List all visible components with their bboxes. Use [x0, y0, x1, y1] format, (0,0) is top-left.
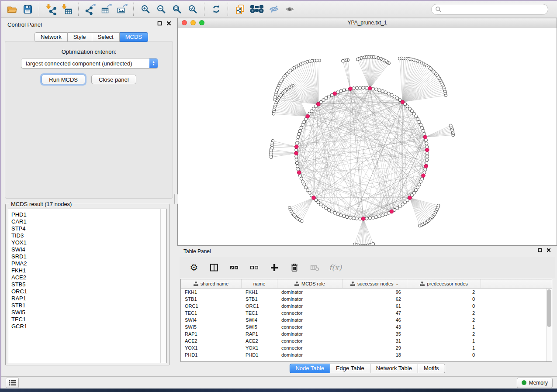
minimize-window-icon[interactable]	[190, 20, 196, 25]
mcds-result-item[interactable]: TID3	[11, 232, 166, 239]
mcds-node[interactable]	[306, 114, 310, 118]
tab-node-table[interactable]: Node Table	[289, 364, 330, 373]
mcds-node[interactable]	[361, 217, 365, 221]
mcds-result-item[interactable]: SWI4	[11, 246, 166, 253]
mcds-result-item[interactable]: RAP1	[11, 295, 166, 302]
network-node[interactable]	[359, 86, 362, 89]
mcds-result-list[interactable]: PHD1CAR1STP4TID3YOX1SWI4SRD1PMA2FKH1ACE2…	[8, 209, 167, 363]
table-scrollbar[interactable]	[546, 289, 552, 361]
mcds-node[interactable]	[294, 151, 298, 155]
memory-button[interactable]: Memory	[517, 378, 553, 388]
network-node[interactable]	[295, 142, 298, 145]
network-node[interactable]	[327, 208, 330, 211]
run-mcds-button[interactable]: Run MCDS	[42, 75, 85, 84]
close-panel-icon[interactable]	[547, 248, 551, 252]
network-node[interactable]	[371, 216, 374, 219]
refresh-view-icon[interactable]	[208, 2, 224, 17]
network-node[interactable]	[355, 217, 358, 220]
mcds-node[interactable]	[349, 87, 353, 91]
network-node[interactable]	[359, 217, 362, 220]
network-node[interactable]	[365, 217, 368, 220]
mcds-node[interactable]	[424, 164, 428, 168]
mcds-result-item[interactable]: ORC1	[11, 288, 166, 295]
table-row[interactable]: ACE2ACE2connector311	[181, 337, 547, 344]
save-session-icon[interactable]	[20, 2, 35, 17]
network-node[interactable]	[300, 177, 303, 180]
network-node[interactable]	[424, 168, 427, 171]
mcds-node[interactable]	[312, 196, 316, 200]
network-node[interactable]	[387, 92, 390, 95]
network-canvas[interactable]	[178, 27, 557, 245]
close-panel-button[interactable]: Close panel	[91, 75, 136, 84]
select-all-columns-icon[interactable]	[228, 262, 240, 273]
table-row[interactable]: TEC1TEC1connector472	[181, 309, 547, 316]
network-node[interactable]	[426, 151, 429, 155]
network-node[interactable]	[336, 213, 339, 216]
network-node[interactable]	[393, 95, 396, 98]
network-node[interactable]	[419, 180, 422, 183]
panel-splitter-handle[interactable]	[174, 194, 178, 204]
column-header[interactable]: successor nodes⌄	[343, 279, 407, 288]
network-node[interactable]	[325, 206, 328, 210]
import-table-icon[interactable]	[59, 2, 75, 17]
import-network-icon[interactable]	[43, 2, 59, 17]
network-node[interactable]	[346, 216, 349, 219]
table-row[interactable]: SWI5SWI5connector431	[181, 323, 547, 330]
table-row[interactable]: ORC1ORC1dominator610	[181, 303, 547, 309]
mcds-result-item[interactable]: STP4	[11, 225, 166, 232]
network-node[interactable]	[298, 132, 301, 135]
create-column-icon[interactable]	[269, 262, 280, 273]
network-node[interactable]	[381, 89, 384, 93]
zoom-in-icon[interactable]	[138, 2, 153, 17]
table-row[interactable]: SWI4SWI4dominator462	[181, 316, 547, 323]
network-node[interactable]	[424, 139, 427, 142]
table-row[interactable]: PHD1PHD1dominator180	[181, 351, 547, 358]
mcds-result-item[interactable]: SWI5	[11, 309, 166, 316]
unselect-all-columns-icon[interactable]	[249, 262, 260, 273]
tab-edge-table[interactable]: Edge Table	[330, 364, 370, 373]
network-node[interactable]	[384, 91, 387, 94]
satellite-node[interactable]	[372, 242, 375, 245]
network-node[interactable]	[416, 186, 419, 189]
mcds-node[interactable]	[294, 145, 298, 149]
network-node[interactable]	[330, 210, 333, 213]
first-neighbors-icon[interactable]	[248, 2, 266, 17]
network-node[interactable]	[355, 86, 358, 89]
column-header[interactable]: shared name	[181, 279, 242, 288]
network-node[interactable]	[333, 211, 336, 214]
search-input[interactable]	[442, 6, 548, 13]
tab-style[interactable]: Style	[68, 32, 92, 42]
open-file-icon[interactable]	[4, 2, 20, 17]
mcds-result-item[interactable]: GCR1	[11, 323, 166, 330]
mcds-node[interactable]	[368, 86, 372, 90]
satellite-node[interactable]	[342, 59, 345, 62]
copy-style-icon[interactable]	[232, 2, 248, 17]
network-node[interactable]	[298, 129, 301, 132]
mcds-node[interactable]	[422, 174, 426, 178]
satellite-node[interactable]	[449, 124, 452, 127]
satellite-node[interactable]	[270, 156, 273, 159]
network-node[interactable]	[426, 158, 429, 161]
network-node[interactable]	[390, 93, 393, 96]
mcds-result-item[interactable]: SRD1	[11, 253, 166, 260]
delete-columns-icon[interactable]	[289, 262, 300, 273]
mcds-node[interactable]	[426, 148, 429, 152]
network-node[interactable]	[303, 183, 306, 186]
table-row[interactable]: YOX1YOX1connector291	[181, 344, 547, 351]
network-node[interactable]	[352, 217, 355, 220]
maximize-window-icon[interactable]	[199, 20, 204, 25]
network-node[interactable]	[303, 120, 306, 124]
network-node[interactable]	[368, 217, 371, 220]
network-window-titlebar[interactable]: YPA_prune.txt_1	[178, 18, 557, 28]
network-node[interactable]	[384, 213, 387, 216]
mcds-result-item[interactable]: PMA2	[11, 260, 166, 267]
column-header[interactable]: MCDS role	[277, 279, 343, 288]
table-scrollbar-thumb[interactable]	[547, 289, 551, 327]
network-node[interactable]	[425, 142, 428, 145]
satellite-node[interactable]	[272, 112, 275, 115]
export-image-icon[interactable]	[114, 2, 130, 17]
table-settings-icon[interactable]: ⚙	[188, 262, 200, 273]
float-panel-icon[interactable]	[538, 248, 542, 252]
network-node[interactable]	[296, 165, 299, 168]
mcds-node[interactable]	[316, 102, 320, 106]
